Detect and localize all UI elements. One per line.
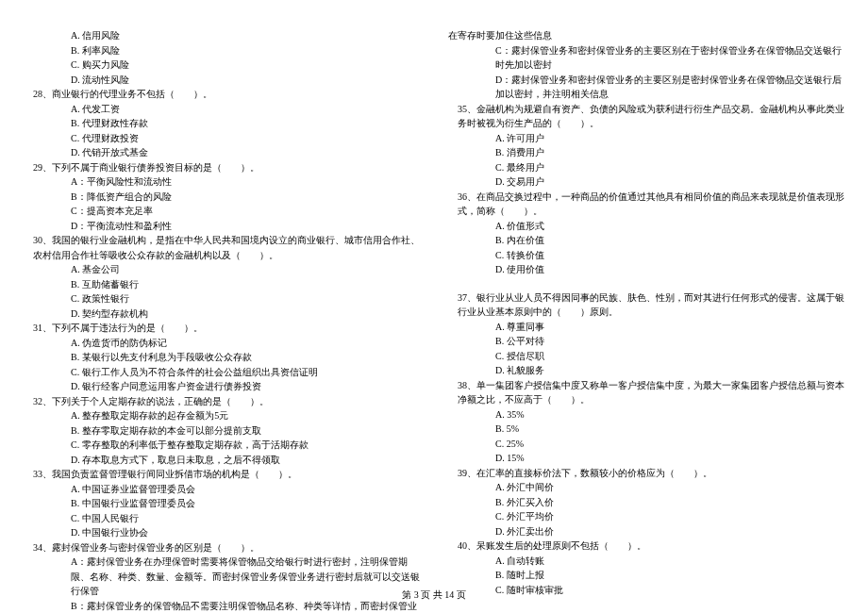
option: B：降低资产组合的风险 xyxy=(24,190,420,205)
question-35: 35、金融机构为规避自有资产、负债的风险或为获利进行衍生产品交易。金融机构从事此… xyxy=(448,102,844,131)
question-32: 32、下列关于个人定期存款的说法，正确的是（ ）。 xyxy=(24,394,420,409)
option: A. 外汇中间价 xyxy=(448,480,844,495)
option: D. 外汇卖出价 xyxy=(448,524,844,539)
option: D：露封保管业务和密封保管业务的主要区别是密封保管业务在保管物品交送银行后加以密… xyxy=(448,73,844,102)
option: C. 授信尽职 xyxy=(448,349,844,364)
option: B. 公平对待 xyxy=(448,334,844,349)
option: A. 伪造货币的防伪标记 xyxy=(24,336,420,351)
question-29: 29、下列不属于商业银行债券投资目标的是（ ）。 xyxy=(24,160,420,175)
option: B. 某银行以先支付利息为手段吸收公众存款 xyxy=(24,350,420,365)
option: C. 购买力风险 xyxy=(24,58,420,73)
option: D. 使用价值 xyxy=(448,262,844,277)
option: C. 外汇平均价 xyxy=(448,509,844,524)
question-33: 33、我国负责监督管理银行间同业拆借市场的机构是（ ）。 xyxy=(24,467,420,482)
option: B. 整存零取定期存款的本金可以部分提前支取 xyxy=(24,423,420,439)
option: B. 代理财政性存款 xyxy=(24,116,420,131)
option: B. 随时上报 xyxy=(448,568,844,583)
question-36: 36、在商品交换过程中，一种商品的价值通过其他具有相同价值的商品来表现就是价值表… xyxy=(448,190,844,219)
option: C. 代理财政投资 xyxy=(24,131,420,146)
question-30: 30、我国的银行业金融机构，是指在中华人民共和国境内设立的商业银行、城市信用合作… xyxy=(24,233,420,262)
option: D. 代销开放式基金 xyxy=(24,145,420,160)
option: D：平衡流动性和盈利性 xyxy=(24,219,420,234)
option: B. 中国银行业监督管理委员会 xyxy=(24,496,420,511)
option-cont: 在寄存时要加住这些信息 xyxy=(448,28,844,43)
question-37: 37、银行业从业人员不得因同事的民族、肤色、性别，而对其进行任何形式的侵害。这属… xyxy=(448,290,844,320)
option: A. 价值形式 xyxy=(448,219,844,234)
question-38: 38、单一集团客户授信集中度又称单一客户授信集中度，为最大一家集团客户授信总额与… xyxy=(448,378,844,407)
option: C：提高资本充足率 xyxy=(24,204,420,219)
option: D. 交易用户 xyxy=(448,174,844,190)
option: C. 转换价值 xyxy=(448,248,844,263)
option: C：露封保管业务和密封保管业务的主要区别在于密封保管业务在保管物品交送银行时先加… xyxy=(448,43,844,73)
option: A. 基金公司 xyxy=(24,262,420,277)
option: A. 代发工资 xyxy=(24,102,420,117)
option: A. 尊重同事 xyxy=(448,320,844,335)
option: D. 15% xyxy=(448,451,844,466)
option: A. 自动转账 xyxy=(448,554,844,569)
option: D. 契约型存款机构 xyxy=(24,306,420,322)
option: A. 中国证券业监督管理委员会 xyxy=(24,482,420,497)
option: C. 银行工作人员为不符合条件的社会公益组织出具资信证明 xyxy=(24,365,420,380)
option: C. 政策性银行 xyxy=(24,291,420,306)
question-40: 40、呆账发生后的处理原则不包括（ ）。 xyxy=(448,538,844,554)
question-39: 39、在汇率的直接标价法下，数额较小的价格应为（ ）。 xyxy=(448,466,844,481)
option: A. 整存整取定期存款的起存金额为5元 xyxy=(24,408,420,423)
option: C. 最终用户 xyxy=(448,160,844,175)
question-34: 34、露封保管业务与密封保管业务的区别是（ ）。 xyxy=(24,540,420,555)
question-28: 28、商业银行的代理业务不包括（ ）。 xyxy=(24,87,420,102)
option: D. 存本取息方式下，取息日未取息，之后不得领取 xyxy=(24,453,420,468)
option: C. 零存整取的利率低于整存整取定期存款，高于活期存款 xyxy=(24,438,420,453)
option: D. 礼貌服务 xyxy=(448,363,844,378)
option: A. 许可用户 xyxy=(448,131,844,146)
option: B. 利率风险 xyxy=(24,43,420,58)
option: C. 25% xyxy=(448,437,844,452)
option: D. 流动性风险 xyxy=(24,73,420,88)
option: A：平衡风险性和流动性 xyxy=(24,174,420,190)
page-footer: 第 3 页 共 14 页 xyxy=(0,588,868,602)
option: B. 消费用户 xyxy=(448,145,844,160)
option: C. 中国人民银行 xyxy=(24,511,420,526)
option: B. 互助储蓄银行 xyxy=(24,277,420,292)
option: D. 银行经客户同意运用客户资金进行债券投资 xyxy=(24,379,420,394)
option: A. 35% xyxy=(448,407,844,422)
option: B. 外汇买入价 xyxy=(448,495,844,510)
option: B. 5% xyxy=(448,422,844,437)
option: D. 中国银行业协会 xyxy=(24,525,420,540)
question-31: 31、下列不属于违法行为的是（ ）。 xyxy=(24,321,420,336)
option: A. 信用风险 xyxy=(24,28,420,43)
right-column: 在寄存时要加住这些信息 C：露封保管业务和密封保管业务的主要区别在于密封保管业务… xyxy=(448,28,844,613)
option: B. 内在价值 xyxy=(448,233,844,248)
left-column: A. 信用风险 B. 利率风险 C. 购买力风险 D. 流动性风险 28、商业银… xyxy=(24,28,420,613)
